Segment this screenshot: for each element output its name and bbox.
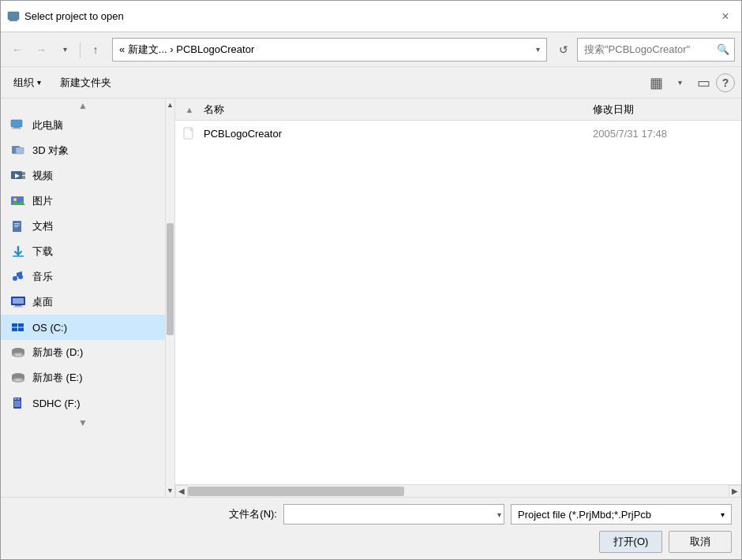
back-button[interactable]: ← [7, 39, 28, 60]
doc-icon [10, 218, 26, 234]
svg-rect-28 [18, 328, 24, 332]
file-icon [182, 125, 197, 141]
toolbar: 组织 ▾ 新建文件夹 ▦ ▾ ▭ ? [1, 67, 741, 99]
file-date: 2005/7/31 17:48 [593, 128, 735, 140]
sidebar-item-os-c[interactable]: OS (C:) [1, 315, 165, 340]
grid-view-button[interactable]: ▦ [645, 72, 667, 94]
svg-rect-26 [18, 323, 24, 327]
sidebar-item-sdhc[interactable]: SDHC (F:) [1, 390, 165, 416]
col-name-header[interactable]: 名称 [197, 103, 593, 117]
sidebar-item-download[interactable]: 下载 [1, 239, 165, 264]
header-scroll-indicator: ▲ [182, 103, 197, 116]
organize-label: 组织 [13, 76, 34, 90]
svg-rect-2 [11, 120, 22, 127]
sidebar-item-image[interactable]: 图片 [1, 189, 165, 214]
svg-rect-23 [15, 305, 21, 307]
sidebar-container: ▲ 此电脑 [1, 99, 175, 497]
svg-rect-9 [22, 172, 25, 175]
organize-button[interactable]: 组织 ▾ [7, 73, 47, 93]
hscroll-thumb[interactable] [188, 487, 404, 496]
app-icon [7, 10, 20, 23]
download-icon [10, 244, 26, 259]
filename-label: 文件名(N): [229, 507, 277, 521]
horizontal-scrollbar[interactable]: ◀ ▶ [175, 484, 741, 497]
hscroll-right-btn[interactable]: ▶ [729, 485, 741, 498]
sidebar-label-music: 音乐 [32, 270, 53, 284]
filetype-dropdown-icon: ▾ [721, 510, 725, 519]
svg-rect-22 [13, 298, 24, 304]
view-controls: ▦ ▾ ▭ ? [645, 72, 735, 94]
svg-rect-18 [13, 256, 24, 257]
hscroll-left-btn[interactable]: ◀ [175, 485, 188, 498]
svg-rect-27 [12, 328, 17, 332]
navbar: ← → ▾ ↑ « 新建文... › PCBLogoCreator ▾ ↺ 🔍 [1, 32, 741, 67]
sidebar-label-os-c: OS (C:) [32, 322, 67, 334]
sidebar-scroll-thumb[interactable] [167, 223, 174, 335]
drive-e-icon [10, 370, 26, 386]
sidebar-item-computer[interactable]: 此电脑 [1, 113, 165, 138]
main-content: ▲ 此电脑 [1, 99, 741, 497]
sidebar-item-3d[interactable]: 3D 对象 [1, 138, 165, 163]
help-button[interactable]: ? [716, 73, 735, 92]
col-date-header[interactable]: 修改日期 [593, 103, 735, 117]
filetype-select[interactable]: Project file (*.PrjMbd;*.PrjPcb ▾ [511, 504, 732, 525]
up-button[interactable]: ↑ [85, 39, 106, 60]
bottom-bar: 文件名(N): ▾ Project file (*.PrjMbd;*.PrjPc… [1, 497, 741, 559]
sidebar-scroll-down[interactable]: ▼ [1, 416, 165, 430]
organize-dropdown-icon: ▾ [37, 78, 41, 87]
sidebar-label-image: 图片 [32, 194, 53, 208]
svg-point-20 [18, 274, 23, 279]
open-button[interactable]: 打开(O) [599, 531, 662, 553]
svg-rect-15 [14, 223, 20, 224]
sidebar-scrollbar[interactable]: ▲ ▼ [165, 99, 174, 497]
dialog-window: Select project to open × ← → ▾ ↑ « 新建文..… [0, 0, 742, 560]
search-icon[interactable]: 🔍 [717, 43, 729, 55]
forward-button[interactable]: → [31, 39, 51, 60]
sidebar-scroll-up[interactable]: ▲ [1, 99, 165, 113]
svg-rect-24 [13, 307, 23, 308]
cancel-button[interactable]: 取消 [669, 531, 732, 553]
filename-row: 文件名(N): ▾ Project file (*.PrjMbd;*.PrjPc… [10, 504, 732, 525]
search-input[interactable] [584, 43, 717, 55]
close-button[interactable]: × [716, 7, 735, 26]
new-folder-label: 新建文件夹 [60, 76, 111, 90]
sidebar-item-drive-e[interactable]: 新加卷 (E:) [1, 365, 165, 390]
sdhc-icon [10, 395, 26, 411]
address-bar[interactable]: « 新建文... › PCBLogoCreator ▾ [112, 38, 547, 62]
svg-rect-25 [12, 323, 17, 327]
sidebar-label-sdhc: SDHC (F:) [32, 398, 81, 409]
sidebar-item-drive-d[interactable]: 新加卷 (D:) [1, 340, 165, 365]
search-bar: 🔍 [577, 38, 735, 62]
filename-input-wrap: ▾ [283, 504, 504, 525]
new-folder-button[interactable]: 新建文件夹 [54, 73, 118, 93]
svg-rect-0 [8, 12, 19, 20]
sidebar-label-desktop: 桌面 [32, 295, 53, 309]
video-icon [10, 168, 26, 184]
address-dropdown-icon[interactable]: ▾ [536, 45, 540, 54]
hscroll-track[interactable] [188, 485, 729, 498]
computer-icon [10, 118, 26, 133]
table-row[interactable]: PCBLogoCreator 2005/7/31 17:48 [175, 121, 741, 146]
sidebar-item-desktop[interactable]: 桌面 [1, 289, 165, 315]
filename-input[interactable] [283, 504, 504, 525]
sidebar-scroll-track[interactable] [166, 111, 174, 484]
svg-rect-3 [13, 127, 20, 129]
sidebar-label-download: 下载 [32, 245, 53, 259]
dropdown-view-button[interactable]: ▾ [669, 72, 691, 94]
file-list: PCBLogoCreator 2005/7/31 17:48 [175, 121, 741, 484]
svg-rect-6 [16, 147, 24, 154]
sidebar-label-computer: 此电脑 [32, 118, 63, 133]
file-name: PCBLogoCreator [204, 128, 586, 140]
sidebar-scroll-up-btn[interactable]: ▲ [166, 99, 174, 111]
sidebar-item-music[interactable]: 音乐 [1, 264, 165, 289]
nav-dropdown-button[interactable]: ▾ [54, 39, 75, 60]
sidebar-scroll-down-btn[interactable]: ▼ [166, 484, 174, 497]
windows-icon [10, 319, 26, 335]
sidebar-item-video[interactable]: 视频 [1, 163, 165, 189]
refresh-button[interactable]: ↺ [553, 39, 574, 60]
filetype-label: Project file (*.PrjMbd;*.PrjPcb [518, 509, 651, 521]
file-list-header: ▲ 名称 修改日期 [175, 99, 741, 121]
sidebar-label-video: 视频 [32, 169, 53, 183]
sidebar-item-doc[interactable]: 文档 [1, 214, 165, 239]
preview-view-button[interactable]: ▭ [692, 72, 714, 94]
